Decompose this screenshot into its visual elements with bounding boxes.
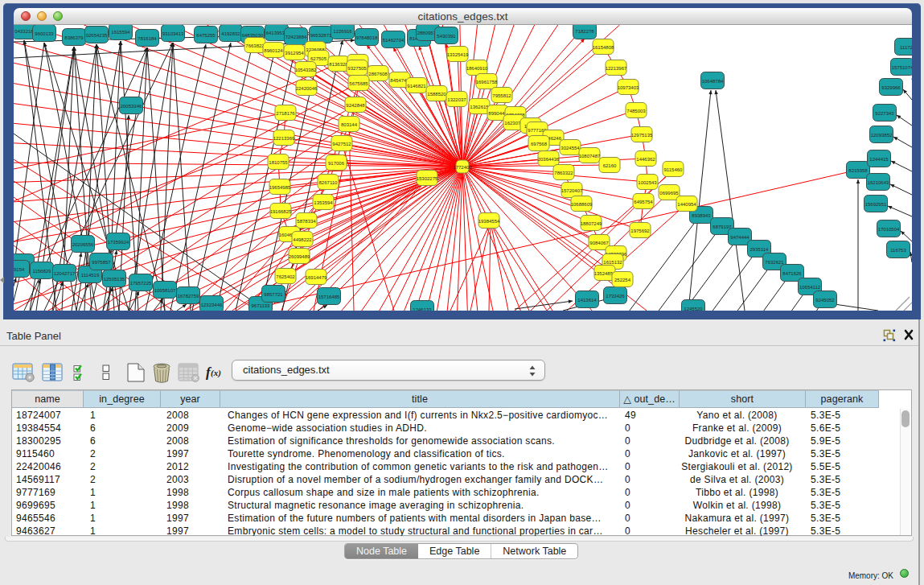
- svg-text:9327505: 9327505: [347, 66, 367, 71]
- svg-text:5430391: 5430391: [437, 34, 456, 39]
- svg-text:2867608: 2867608: [368, 72, 388, 76]
- svg-text:19654985: 19654985: [269, 185, 291, 190]
- svg-text:252254: 252254: [614, 278, 631, 282]
- svg-text:97848018: 97848018: [356, 35, 378, 40]
- svg-text:3024554: 3024554: [561, 146, 580, 150]
- svg-text:1446362: 1446362: [636, 157, 655, 162]
- svg-text:2718176: 2718176: [276, 111, 295, 116]
- svg-text:12975135: 12975135: [631, 133, 653, 138]
- svg-text:64835030: 64835030: [242, 33, 264, 38]
- svg-text:8267110: 8267110: [319, 180, 339, 185]
- svg-text:10688609: 10688609: [571, 202, 593, 207]
- svg-text:02654235: 02654235: [86, 33, 108, 38]
- svg-text:5675685: 5675685: [349, 81, 368, 86]
- svg-text:17010504: 17010504: [878, 227, 900, 232]
- svg-text:15720407: 15720407: [561, 188, 583, 193]
- svg-text:1002543: 1002543: [638, 180, 657, 185]
- svg-text:10654112: 10654112: [799, 285, 821, 290]
- svg-text:16782759: 16782759: [178, 294, 199, 299]
- svg-text:917006: 917006: [328, 161, 345, 166]
- svg-text:16961758: 16961758: [476, 80, 498, 84]
- svg-text:12323446: 12323446: [201, 303, 223, 307]
- svg-text:10543382: 10543382: [295, 68, 317, 72]
- svg-text:2935114: 2935114: [750, 247, 770, 252]
- svg-text:39154: 39154: [14, 267, 25, 272]
- svg-text:697568: 697568: [531, 142, 548, 146]
- svg-text:16210643: 16210643: [868, 180, 889, 185]
- svg-text:1733426: 1733426: [606, 294, 625, 299]
- svg-text:4498222: 4498222: [293, 237, 312, 242]
- svg-text:7816184: 7816184: [138, 36, 157, 41]
- svg-text:9245052: 9245052: [815, 298, 835, 303]
- svg-text:10958107: 10958107: [154, 288, 176, 293]
- svg-text:20206556: 20206556: [72, 242, 94, 247]
- svg-text:8386379: 8386379: [64, 35, 84, 40]
- svg-text:93103413: 93103413: [162, 31, 184, 36]
- svg-text:8938943: 8938943: [692, 213, 711, 218]
- svg-text:1810755: 1810755: [269, 160, 288, 165]
- svg-text:10973403: 10973403: [618, 85, 639, 90]
- svg-text:12093852: 12093852: [871, 133, 893, 138]
- svg-text:12213967: 12213967: [606, 66, 627, 71]
- svg-text:1588520: 1588520: [427, 92, 446, 97]
- svg-text:7863322: 7863322: [554, 171, 573, 175]
- svg-text:20364436: 20364436: [538, 157, 560, 162]
- svg-text:15302275: 15302275: [417, 176, 438, 181]
- svg-text:1772400: 1772400: [453, 165, 472, 170]
- svg-text:9329966: 9329966: [881, 85, 901, 90]
- svg-text:8471626: 8471626: [782, 271, 802, 276]
- svg-text:8136328: 8136328: [329, 62, 348, 67]
- svg-text:16154808: 16154808: [593, 45, 614, 50]
- svg-text:13325419: 13325419: [447, 52, 469, 57]
- svg-text:7955812: 7955812: [492, 93, 511, 98]
- svg-text:6879197: 6879197: [713, 225, 732, 229]
- svg-text:7485003: 7485003: [626, 109, 646, 113]
- svg-text:62160: 62160: [603, 163, 617, 168]
- svg-text:4192832: 4192832: [221, 31, 240, 36]
- svg-text:803144: 803144: [341, 122, 358, 127]
- svg-text:627505: 627505: [310, 56, 327, 61]
- svg-text:7182278: 7182278: [575, 29, 594, 34]
- svg-text:18807249: 18807249: [581, 221, 602, 226]
- svg-text:20053346: 20053346: [121, 104, 142, 109]
- svg-text:9427512: 9427512: [332, 142, 351, 146]
- svg-text:1156829: 1156829: [33, 269, 52, 274]
- svg-text:10648784: 10648784: [702, 79, 724, 84]
- svg-text:9975857: 9975857: [92, 260, 111, 265]
- svg-text:1615132: 1615132: [603, 260, 622, 265]
- svg-text:8215958: 8215958: [848, 168, 868, 173]
- svg-text:10807487: 10807487: [579, 154, 601, 159]
- svg-text:0433218: 0433218: [14, 29, 34, 34]
- svg-text:1362615: 1362615: [470, 105, 489, 109]
- svg-text:6495754: 6495754: [634, 200, 653, 204]
- svg-text:1322037: 1322037: [447, 97, 466, 102]
- svg-text:17359924: 17359924: [108, 240, 129, 245]
- svg-text:72423884: 72423884: [285, 35, 307, 39]
- svg-text:5878334: 5878334: [297, 219, 316, 224]
- svg-text:1353594: 1353594: [314, 200, 333, 205]
- svg-text:8960124: 8960124: [264, 48, 283, 53]
- svg-text:9242848: 9242848: [346, 103, 365, 108]
- svg-text:1615594: 1615594: [111, 30, 130, 35]
- svg-text:12505135: 12505135: [104, 277, 125, 282]
- svg-text:9227343: 9227343: [875, 111, 894, 116]
- svg-text:7663822: 7663822: [245, 43, 265, 48]
- svg-text:9671133: 9671133: [252, 303, 271, 308]
- svg-text:1975692: 1975692: [630, 229, 650, 233]
- svg-text:1440954: 1440954: [677, 202, 696, 207]
- svg-text:3912954: 3912954: [285, 51, 304, 56]
- svg-text:6475255: 6475255: [196, 33, 216, 38]
- svg-text:19384554: 19384554: [478, 219, 500, 224]
- svg-text:9084067: 9084067: [589, 241, 609, 245]
- svg-text:15751074: 15751074: [892, 65, 912, 70]
- svg-text:12213369: 12213369: [273, 136, 295, 141]
- svg-text:(x): (x): [211, 368, 221, 378]
- svg-text:1413614: 1413614: [577, 298, 597, 303]
- svg-text:96532871: 96532871: [310, 33, 332, 38]
- svg-text:116753: 116753: [890, 248, 906, 253]
- svg-text:7632621: 7632621: [765, 260, 784, 265]
- svg-text:0699695: 0699695: [659, 191, 679, 196]
- svg-text:9474444: 9474444: [730, 235, 749, 240]
- svg-text:1244415: 1244415: [869, 157, 889, 162]
- svg-text:7625402: 7625402: [276, 274, 295, 279]
